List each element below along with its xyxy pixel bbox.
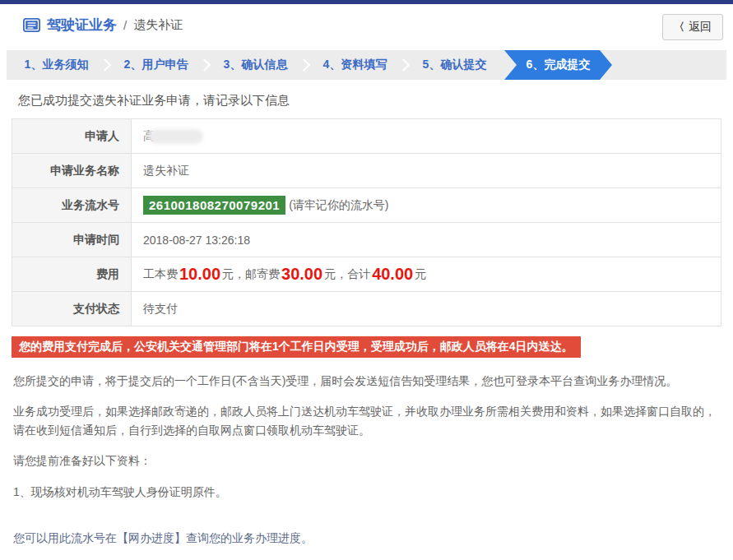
page-title: 驾驶证业务 (47, 16, 117, 35)
breadcrumb-separator: / (123, 18, 127, 32)
fee-amount: 10.00 (179, 265, 220, 284)
table-row-fees: 费用 工本费 10.00 元， 邮寄费 30.00 元， 合计 40.00 元 (12, 257, 721, 292)
payment-notice-banner: 您的费用支付完成后，公安机关交通管理部门将在1个工作日内受理，受理成功后，邮政人… (12, 336, 581, 358)
success-heading: 您已成功提交遗失补证业务申请，请记录以下信息 (18, 93, 721, 109)
steps-filler (612, 50, 726, 80)
info-paragraph: 您所提交的申请，将于提交后的一个工作日(不含当天)受理，届时会发送短信告知受理结… (13, 372, 720, 390)
breadcrumb-current: 遗失补证 (133, 17, 183, 33)
fees-cell: 工本费 10.00 元， 邮寄费 30.00 元， 合计 40.00 元 (132, 257, 721, 291)
fee-label: 工本费 (143, 267, 178, 282)
payment-status-value: 待支付 (132, 292, 721, 326)
step-4-fill-materials: 4、资料填写 (305, 50, 405, 80)
name-redaction-blur (149, 129, 203, 144)
back-button-label: 返回 (689, 20, 712, 35)
table-row-payment-status: 支付状态 待支付 (12, 292, 721, 326)
fee-suffix: 元， (324, 267, 347, 282)
step-label: 5、确认提交 (423, 58, 487, 72)
serial-number-badge: 261001808270079201 (143, 196, 285, 215)
application-info-table: 申请人 高 申请业务名称 遗失补证 业务流水号 2610018082700792… (12, 118, 721, 326)
table-row-serial-number: 业务流水号 261001808270079201 (请牢记你的流水号) (12, 188, 721, 223)
applicant-name-cell: 高 (132, 119, 721, 153)
wizard-steps: 1、业务须知 2、用户申告 3、确认信息 4、资料填写 5、确认提交 6、完成提… (7, 50, 726, 80)
step-6-submit-complete-active: 6、完成提交 (504, 50, 612, 80)
chevron-left-icon: 〈 (674, 20, 684, 35)
fee-label: 合计 (347, 267, 370, 282)
back-button[interactable]: 〈 返回 (662, 14, 723, 40)
table-row-apply-time: 申请时间 2018-08-27 13:26:18 (12, 223, 721, 257)
step-label: 6、完成提交 (527, 58, 591, 72)
serial-number-note: (请牢记你的流水号) (289, 198, 388, 213)
info-paragraph: 1、现场核对机动车驾驶人身份证明原件。 (13, 483, 720, 501)
row-label: 费用 (12, 257, 132, 291)
fee-amount: 40.00 (372, 265, 413, 284)
apply-time-value: 2018-08-27 13:26:18 (132, 223, 721, 257)
step-label: 3、确认信息 (224, 58, 288, 72)
serial-number-cell: 261001808270079201 (请牢记你的流水号) (132, 188, 721, 222)
fee-label: 邮寄费 (245, 267, 280, 282)
license-list-icon (23, 18, 40, 32)
table-row-applicant: 申请人 高 (12, 119, 721, 154)
page-header: 驾驶证业务 / 遗失补证 〈 返回 (0, 4, 733, 45)
row-label: 申请人 (12, 119, 132, 153)
step-label: 4、资料填写 (323, 58, 387, 72)
fee-suffix: 元， (222, 267, 245, 282)
step-2-user-declaration: 2、用户申告 (106, 50, 206, 80)
row-label: 申请业务名称 (12, 154, 132, 187)
table-row-business-name: 申请业务名称 遗失补证 (12, 154, 721, 188)
step-label: 2、用户申告 (124, 58, 188, 72)
result-content: 您已成功提交遗失补证业务申请，请记录以下信息 申请人 高 申请业务名称 遗失补证… (0, 80, 733, 560)
fee-suffix: 元 (415, 267, 426, 282)
step-label: 1、业务须知 (25, 58, 89, 72)
step-3-confirm-info: 3、确认信息 (206, 50, 305, 80)
progress-query-note: 您可以用此流水号在【网办进度】查询您的业务办理进度。 (13, 529, 720, 547)
info-paragraph: 请您提前准备好以下资料： (13, 451, 720, 470)
info-paragraph: 业务成功受理后，如果选择邮政寄递的，邮政人员将上门送达机动车驾驶证，并收取办理业… (13, 402, 720, 439)
row-label: 业务流水号 (12, 188, 132, 222)
step-5-confirm-submit: 5、确认提交 (405, 50, 504, 80)
row-label: 申请时间 (12, 223, 132, 257)
step-1-business-notice: 1、业务须知 (7, 50, 106, 80)
row-label: 支付状态 (12, 292, 132, 326)
business-name-value: 遗失补证 (132, 154, 721, 187)
fee-amount: 30.00 (281, 265, 322, 284)
